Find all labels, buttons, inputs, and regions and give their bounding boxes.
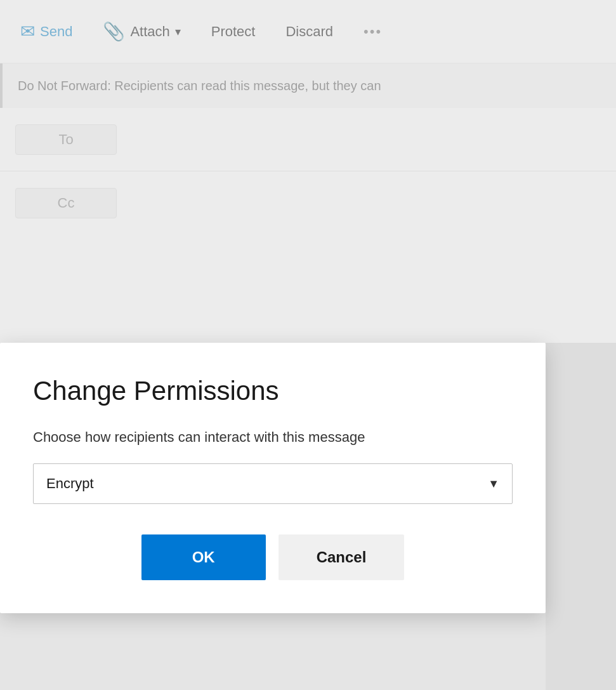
ok-button[interactable]: OK	[141, 534, 266, 580]
chevron-down-icon: ▼	[488, 477, 499, 491]
dialog-title: Change Permissions	[33, 376, 513, 406]
change-permissions-dialog: Change Permissions Choose how recipients…	[0, 343, 546, 613]
permissions-dropdown[interactable]: Encrypt ▼	[33, 463, 513, 504]
permissions-select-value: Encrypt	[46, 475, 94, 492]
dialog-buttons: OK Cancel	[33, 534, 513, 580]
cancel-button[interactable]: Cancel	[279, 534, 405, 580]
dialog-description: Choose how recipients can interact with …	[33, 429, 513, 446]
